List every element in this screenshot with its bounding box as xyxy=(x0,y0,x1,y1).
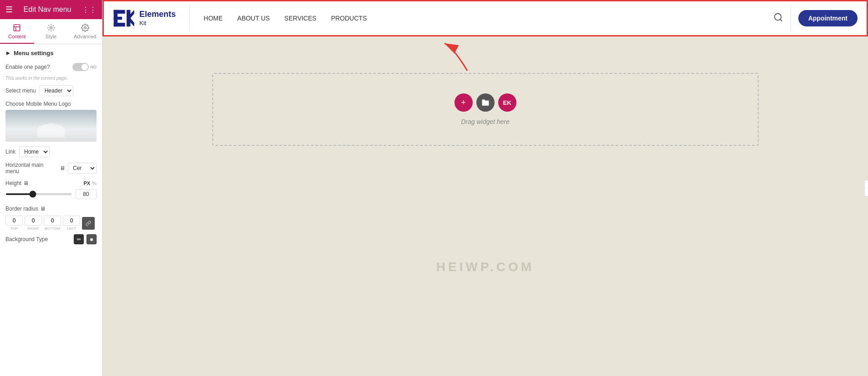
select-menu-row: Select menu Header Footer xyxy=(5,85,97,96)
svg-rect-9 xyxy=(114,23,125,26)
choose-logo-label: Choose Mobile Menu Logo xyxy=(5,101,97,107)
red-arrow xyxy=(431,39,485,75)
tab-advanced-label: Advanced xyxy=(74,34,96,39)
bg-type-icons: ✏ ■ xyxy=(74,234,97,244)
bg-icon-paint[interactable]: ✏ xyxy=(74,234,84,244)
border-bottom-input[interactable] xyxy=(44,216,61,226)
hamburger-icon[interactable]: ☰ xyxy=(5,5,13,15)
grid-icon[interactable]: ⋮⋮ xyxy=(82,5,97,14)
add-widget-button[interactable]: + xyxy=(454,93,473,112)
select-menu-label: Select menu xyxy=(5,88,36,94)
link-dropdown[interactable]: Home About xyxy=(19,146,50,157)
height-slider[interactable] xyxy=(5,193,72,195)
nav-link-home[interactable]: HOME xyxy=(204,15,223,22)
enable-one-page-label: Enable one page? xyxy=(5,64,50,70)
logo-text: Elements Kit xyxy=(139,10,176,26)
svg-rect-0 xyxy=(14,25,20,31)
horizontal-menu-row: Horizontal main menu 🖥 Cer Left Right xyxy=(5,162,97,175)
border-top-wrap: TOP xyxy=(5,216,23,231)
border-top-input[interactable] xyxy=(5,216,23,226)
svg-point-3 xyxy=(50,27,52,29)
sidebar: ☰ Edit Nav menu ⋮⋮ Content Style Advance… xyxy=(0,0,102,376)
select-menu-dropdown[interactable]: Header Footer xyxy=(40,85,73,96)
nav-link-services[interactable]: SERVICES xyxy=(284,15,317,22)
logo-preview-inner xyxy=(37,124,65,137)
tab-advanced[interactable]: Advanced xyxy=(68,19,102,44)
logo-ek-icon xyxy=(113,7,136,30)
border-right-input[interactable] xyxy=(25,216,42,226)
bg-type-row: Background Type ✏ ■ xyxy=(5,234,97,244)
nav-right: Appointment xyxy=(773,5,858,32)
nav-link-products[interactable]: PRODUCTS xyxy=(331,15,367,22)
tab-content[interactable]: Content xyxy=(0,19,34,44)
border-right-wrap: RIGHT xyxy=(25,216,42,231)
height-monitor-icon: 🖥 xyxy=(23,180,29,186)
border-radius-label: Border radius xyxy=(5,206,38,212)
link-label: Link xyxy=(5,149,15,155)
logo-elements-text: Elements xyxy=(139,10,176,20)
ek-widget-button[interactable]: EK xyxy=(498,93,516,112)
svg-line-13 xyxy=(780,19,782,21)
horizontal-menu-dropdown[interactable]: Cer Left Right xyxy=(68,163,97,174)
nav-divider-left xyxy=(189,5,190,32)
widget-drop-area: + EK Drag widget here xyxy=(212,73,759,146)
border-top-label: TOP xyxy=(10,227,18,231)
border-left-label: LEFT xyxy=(67,227,76,231)
sidebar-tabs: Content Style Advanced xyxy=(0,19,102,44)
svg-rect-7 xyxy=(114,10,125,14)
bg-type-label: Background Type xyxy=(5,236,48,242)
enable-one-page-row: Enable one page? NO xyxy=(5,63,97,71)
nav-divider-right xyxy=(791,5,791,32)
unit-px-label[interactable]: PX xyxy=(84,180,91,186)
border-left-wrap: LEFT xyxy=(63,216,80,231)
widget-action-buttons: + EK xyxy=(454,93,516,112)
menu-settings-title: Menu settings xyxy=(14,50,53,57)
border-bottom-label: BOTTOM xyxy=(45,227,60,231)
border-radius-monitor-icon: 🖥 xyxy=(40,206,46,212)
preview-navbar: Elements Kit HOME ABOUT US SERVICES PROD… xyxy=(102,0,868,36)
border-link-button[interactable] xyxy=(82,217,95,230)
height-label: Height xyxy=(5,180,21,186)
svg-point-4 xyxy=(84,27,86,29)
navbar-logo: Elements Kit xyxy=(113,7,176,30)
tab-style-label: Style xyxy=(46,34,56,39)
nav-links: HOME ABOUT US SERVICES PRODUCTS xyxy=(204,15,773,22)
sidebar-content: Menu settings Enable one page? NO This w… xyxy=(0,44,102,376)
canvas-area: + EK Drag widget here HEIWP.COM xyxy=(102,36,868,376)
svg-rect-8 xyxy=(114,17,122,20)
main-area: Elements Kit HOME ABOUT US SERVICES PROD… xyxy=(102,0,868,376)
unit-toggle: PX % xyxy=(84,180,97,186)
height-label-wrap: Height 🖥 xyxy=(5,180,29,186)
sidebar-header: ☰ Edit Nav menu ⋮⋮ xyxy=(0,0,102,19)
border-left-input[interactable] xyxy=(63,216,80,226)
horizontal-menu-label: Horizontal main menu xyxy=(5,162,57,175)
enable-one-page-toggle[interactable] xyxy=(72,63,89,71)
one-page-hint: This works in the current page. xyxy=(5,76,97,81)
border-inputs: TOP RIGHT BOTTOM LEFT xyxy=(5,216,97,231)
border-radius-label-wrap: Border radius 🖥 xyxy=(5,206,97,212)
watermark: HEIWP.COM xyxy=(436,260,534,274)
svg-point-12 xyxy=(774,13,781,20)
drag-widget-text: Drag widget here xyxy=(461,118,510,125)
sidebar-header-title: Edit Nav menu xyxy=(24,5,71,14)
bg-icon-square[interactable]: ■ xyxy=(87,234,97,244)
unit-pct-label[interactable]: % xyxy=(92,180,97,186)
height-slider-row xyxy=(5,189,97,199)
tab-style[interactable]: Style xyxy=(34,19,68,44)
folder-widget-button[interactable] xyxy=(476,93,495,112)
menu-settings-header[interactable]: Menu settings xyxy=(5,50,97,57)
svg-marker-5 xyxy=(6,52,10,55)
enable-one-page-toggle-wrap: NO xyxy=(72,63,97,71)
tab-content-label: Content xyxy=(8,34,26,39)
height-value-input[interactable] xyxy=(76,189,97,199)
monitor-icon: 🖥 xyxy=(60,165,65,171)
border-bottom-wrap: BOTTOM xyxy=(44,216,61,231)
height-row: Height 🖥 PX % xyxy=(5,180,97,186)
logo-preview[interactable] xyxy=(5,110,97,142)
search-icon[interactable] xyxy=(773,12,783,25)
appointment-button[interactable]: Appointment xyxy=(798,10,858,26)
link-row: Link Home About xyxy=(5,146,97,157)
nav-link-about[interactable]: ABOUT US xyxy=(237,15,270,22)
toggle-no-label: NO xyxy=(91,65,97,69)
border-right-label: RIGHT xyxy=(28,227,39,231)
